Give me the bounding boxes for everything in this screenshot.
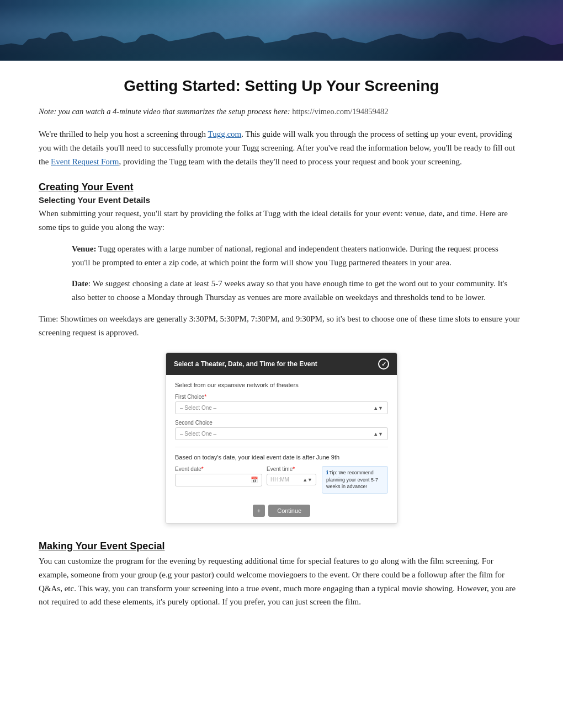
making-section: Making Your Event Special You can custom… xyxy=(39,540,524,609)
event-time-required: * xyxy=(293,466,295,472)
screenshot-container: Select a Theater, Date, and Time for the… xyxy=(39,352,524,524)
form-divider xyxy=(175,447,388,447)
calendar-icon: 📅 xyxy=(251,477,258,484)
time-arrow-icon: ▲▼ xyxy=(302,477,312,483)
form-header-title: Select a Theater, Date, and Time for the… xyxy=(174,360,317,368)
tip-info-icon: ℹ xyxy=(326,470,328,475)
tip-text: Tip: We recommend planning your event 5-… xyxy=(326,470,378,489)
selecting-body: When submitting your request, you'll sta… xyxy=(39,207,524,234)
making-section-heading: Making Your Event Special xyxy=(39,540,524,552)
tip-box: ℹ Tip: We recommend planning your event … xyxy=(322,466,388,494)
time-placeholder: HH:MM xyxy=(270,477,289,483)
creating-section-heading: Creating Your Event xyxy=(39,181,524,193)
event-time-field: Event time* HH:MM ▲▼ xyxy=(267,466,316,486)
venue-text: Tugg operates with a large number of nat… xyxy=(72,244,498,267)
continue-button[interactable]: Continue xyxy=(268,505,310,517)
venue-label: Venue: xyxy=(72,244,96,253)
date-guidance: Based on today's date, your ideal event … xyxy=(175,454,388,461)
selecting-sub-heading: Selecting Your Event Details xyxy=(39,195,524,205)
first-choice-label: First Choice* xyxy=(175,394,388,400)
event-date-required: * xyxy=(201,466,204,472)
date-colon: : xyxy=(88,279,93,288)
first-choice-select[interactable]: – Select One – ▲▼ xyxy=(175,402,388,414)
event-time-select[interactable]: HH:MM ▲▼ xyxy=(267,474,316,485)
second-choice-select[interactable]: – Select One – ▲▼ xyxy=(175,427,388,440)
note-url: https://vimeo.com/194859482 xyxy=(292,107,388,116)
add-button[interactable]: + xyxy=(253,505,265,517)
second-choice-label: Second Choice xyxy=(175,420,388,426)
intro-paragraph: We're thrilled to help you host a screen… xyxy=(39,127,524,168)
creating-section: Creating Your Event Selecting Your Event… xyxy=(39,181,524,339)
event-request-form-link[interactable]: Event Request Form xyxy=(51,157,119,166)
form-footer: + Continue xyxy=(166,500,397,523)
form-body: Select from our expansive network of the… xyxy=(166,375,397,500)
form-header: Select a Theater, Date, and Time for the… xyxy=(166,353,397,375)
main-content: Getting Started: Setting Up Your Screeni… xyxy=(0,61,563,639)
event-date-label: Event date* xyxy=(175,466,262,472)
form-screenshot: Select a Theater, Date, and Time for the… xyxy=(166,352,397,524)
first-choice-required: * xyxy=(204,394,206,400)
second-choice-row: Second Choice – Select One – ▲▼ xyxy=(175,420,388,440)
date-time-tip-row: Event date* 📅 Event time* xyxy=(175,466,388,494)
date-block: Date: We suggest choosing a date at leas… xyxy=(72,277,513,304)
hero-banner xyxy=(0,0,563,61)
tugg-link[interactable]: Tugg.com xyxy=(208,130,242,138)
making-section-body: You can customize the program for the ev… xyxy=(39,554,524,609)
note-line: Note: you can watch a 4-minute video tha… xyxy=(39,107,524,116)
time-text: Showtimes on weekdays are generally 3:30… xyxy=(39,314,520,337)
check-icon: ✓ xyxy=(378,358,389,370)
time-colon: : xyxy=(56,314,60,323)
event-time-label: Event time* xyxy=(267,466,316,472)
second-choice-arrow-icon: ▲▼ xyxy=(373,431,383,437)
venue-block: Venue: Tugg operates with a large number… xyxy=(72,242,513,270)
time-block: Time: Showtimes on weekdays are generall… xyxy=(39,312,524,340)
note-text: Note: you can watch a 4-minute video tha… xyxy=(39,107,290,116)
page-title: Getting Started: Setting Up Your Screeni… xyxy=(39,77,524,95)
date-label: Date xyxy=(72,279,88,288)
network-label: Select from our expansive network of the… xyxy=(175,382,388,388)
time-label: Time xyxy=(39,314,56,323)
event-date-input[interactable]: 📅 xyxy=(175,474,262,486)
first-choice-arrow-icon: ▲▼ xyxy=(373,405,383,411)
first-choice-row: First Choice* – Select One – ▲▼ xyxy=(175,394,388,414)
date-time-group: Event date* 📅 Event time* xyxy=(175,466,316,486)
date-text: We suggest choosing a date at least 5-7 … xyxy=(72,279,507,302)
event-date-field: Event date* 📅 xyxy=(175,466,262,486)
